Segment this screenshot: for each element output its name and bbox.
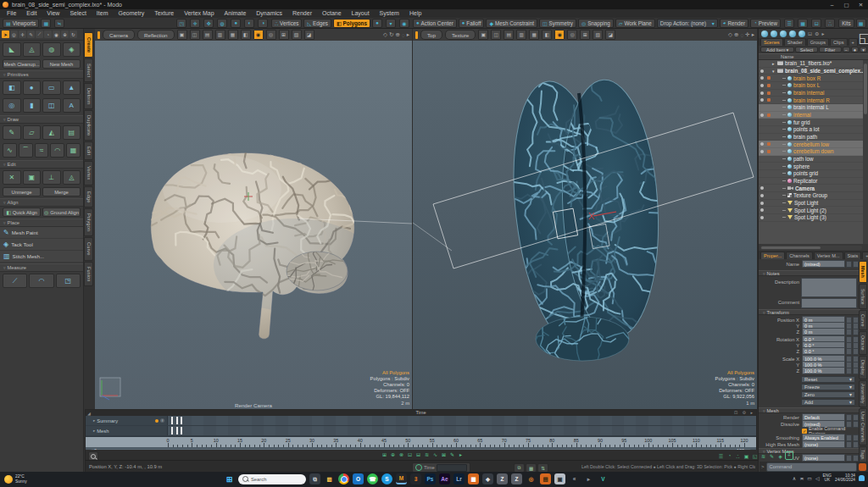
eye-cell[interactable] [759, 76, 765, 80]
side-tab-octane[interactable]: Octane [859, 331, 867, 355]
keyframe-marker[interactable] [171, 427, 173, 434]
menu-file[interactable]: File [2, 9, 21, 18]
reset-button[interactable]: Reset▾ [801, 376, 855, 383]
unmerge-button[interactable]: Unmerge [3, 187, 41, 196]
cursor-app-icon[interactable]: ▸ [583, 473, 594, 484]
tray-icon-0[interactable]: ∧ [793, 475, 796, 481]
eye-cell[interactable] [759, 186, 765, 190]
weld-edit-icon[interactable]: ◬ [63, 170, 81, 185]
anim-tool-icon-0[interactable]: ⊞ [381, 451, 388, 457]
toolbox-tab-duplicate[interactable]: Duplicate [84, 110, 93, 141]
layout-orb-icon-0[interactable] [761, 30, 768, 37]
add-layout-button[interactable]: + [785, 451, 793, 460]
prop-tab-channels[interactable]: Channels [786, 252, 813, 259]
viewport-style-icon-1[interactable]: ◫ [491, 30, 501, 40]
substance-app-icon[interactable]: ▦ [468, 473, 479, 484]
function-badge-icon[interactable]: f [160, 418, 164, 423]
anim-tool-icon-6[interactable]: ∿ [431, 451, 439, 457]
menu-animate[interactable]: Animate [220, 9, 252, 18]
item-list-scrollbar[interactable] [863, 60, 868, 244]
toolbox-tab-edge[interactable]: Edge [84, 186, 93, 208]
plane-draw-icon[interactable]: ▱ [23, 125, 42, 140]
viewport-style-icon-3[interactable]: ▥ [516, 30, 526, 40]
item-row-spot-light-3[interactable]: Spot Light (3) [759, 214, 864, 222]
render-env-button[interactable] [846, 414, 852, 421]
prop-tab-stats[interactable]: Stats [844, 252, 862, 259]
side-tab-mesh[interactable]: Mesh [859, 261, 867, 283]
add-item-button[interactable]: Add Item▾ [760, 47, 794, 53]
layout-tool-icon-4[interactable]: ◱ [751, 453, 759, 459]
pen-draw-icon[interactable]: ✎ [3, 125, 21, 140]
viewport-style-icon-10[interactable]: ◪ [304, 30, 314, 40]
zbrush2-app-icon[interactable]: Z [511, 473, 522, 484]
symmetry-button[interactable]: ◫Symmetry [539, 19, 576, 28]
viewport-style-icon-5[interactable]: ◧ [542, 30, 552, 40]
transform-sz-field[interactable]: 100.0 % [802, 367, 845, 374]
enable-regions-checkbox[interactable]: ✓ [802, 429, 807, 434]
viewport-nav-icon-2[interactable]: ⊕ [395, 31, 399, 38]
drop-action-select[interactable]: Drop Action: (none)▾ [657, 19, 718, 28]
viewport-style-icon-6[interactable]: ◉ [253, 30, 264, 40]
shading-select[interactable]: Reflection [137, 30, 175, 40]
tool-select-icon[interactable]: ➤ [2, 30, 9, 38]
taskbar-weather[interactable]: 22°C Sunny [4, 474, 27, 484]
item-row-internal[interactable]: internal [759, 112, 864, 119]
panel-mini-icon-1[interactable]: ⚙ [815, 30, 819, 36]
layout-tool-icon-2[interactable]: ∴ [734, 453, 742, 459]
ground-align-button[interactable]: ◎Ground Align [42, 208, 81, 217]
name-action-button[interactable] [853, 261, 859, 268]
menu-geometry[interactable]: Geometry [113, 9, 149, 18]
track-label-summary[interactable]: ▸Summaryf [86, 416, 168, 425]
item-row-brain-internal[interactable]: brain internal [759, 90, 864, 97]
transform-rz-field[interactable]: 0.0 ° [802, 347, 845, 355]
tool-magnify-icon[interactable]: ⊕ [61, 30, 69, 38]
toolbox-tab-create[interactable]: Create [84, 32, 93, 58]
new-mesh-button[interactable]: New Mesh [42, 59, 81, 69]
item-list-hscrollbar[interactable] [760, 246, 862, 250]
viewport-nav-icon-1[interactable]: ↻ [389, 31, 393, 38]
viewport-style-icon-10[interactable]: ◪ [605, 30, 615, 40]
anim-tool-icon-2[interactable]: ⊗ [398, 451, 405, 457]
layout-tool-icon-1[interactable]: ◔ [726, 453, 733, 458]
viewport-style-icon-3[interactable]: ▥ [215, 30, 225, 40]
viewport-nav-icon-0[interactable]: ◇ [383, 31, 387, 38]
transform-sz-env-button[interactable] [846, 368, 852, 374]
menu-texture[interactable]: Texture [149, 9, 179, 18]
eye-cell[interactable] [759, 113, 765, 117]
item-row-brain-08-side-semi-complex[interactable]: ▾brain_08_side_semi_complex... [759, 68, 864, 75]
menu-octane[interactable]: Octane [317, 9, 347, 18]
prop-tab-vertex-m[interactable]: Vertex M... [814, 252, 843, 259]
aftereffects-app-icon[interactable]: Ae [439, 473, 450, 484]
viewport-style-icon-9[interactable]: ▧ [292, 30, 302, 40]
octane-app-icon[interactable]: ◎ [526, 473, 537, 484]
side-tab-surface[interactable]: Surface [859, 284, 867, 309]
viewport-style-icon-5[interactable]: ◧ [241, 30, 251, 40]
menu-view[interactable]: View [42, 9, 64, 18]
keyframe-marker[interactable] [171, 417, 173, 424]
toolbox-tab-select[interactable]: Select [84, 58, 93, 82]
timeline-header-icons[interactable]: ⊡ ⚙ ▸ [734, 410, 754, 416]
viewport-style-icon-8[interactable]: ⊞ [279, 30, 289, 40]
viewport-style-icon-9[interactable]: ▧ [593, 30, 603, 40]
patch-draw-icon[interactable]: ▤ [63, 125, 81, 140]
viewport-style-icon-2[interactable]: ▤ [504, 30, 514, 40]
item-tabs-icon-0[interactable]: ◱ [859, 30, 868, 46]
item-row-brain-box-r[interactable]: brain box R [759, 75, 864, 82]
panel-mini-icon-2[interactable]: ▸ [821, 30, 824, 36]
transform-pz-field[interactable]: 0 m [802, 328, 845, 335]
comment-textarea[interactable] [801, 298, 857, 308]
description-textarea[interactable] [801, 278, 857, 297]
layout-tool-icon-0[interactable]: ☰ [717, 453, 725, 459]
sketch-draw-icon[interactable]: ▦ [66, 143, 81, 158]
menu-render[interactable]: Render [287, 9, 317, 18]
select-button[interactable]: Select [795, 47, 818, 53]
smoothing-env-button[interactable] [846, 434, 852, 441]
form-bar-icon[interactable]: ☰ [784, 19, 794, 28]
item-row-points-a-lot[interactable]: points a lot [759, 126, 864, 134]
menu-edit[interactable]: Edit [21, 9, 42, 18]
tack-tool-item[interactable]: ◈Tack Tool [0, 239, 83, 251]
shading-select[interactable]: Texture [445, 30, 476, 40]
photoshop-app-icon[interactable]: Ps [425, 473, 436, 484]
toolbox-tab-polygon[interactable]: Polygon [84, 208, 93, 236]
viewport-split-icon[interactable]: ≒ [54, 19, 64, 28]
